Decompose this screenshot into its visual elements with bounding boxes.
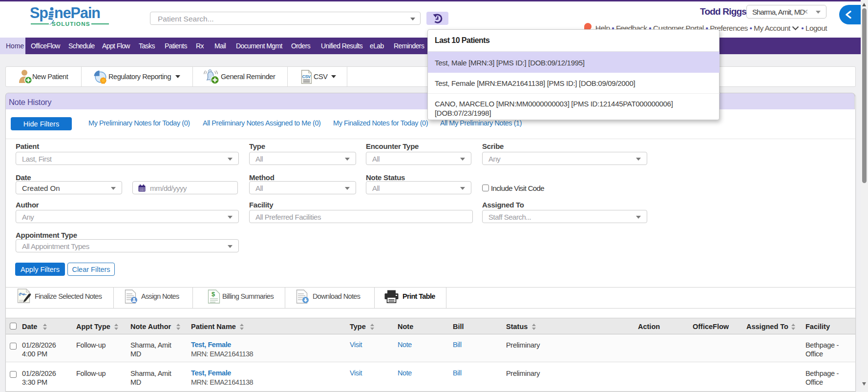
- svg-text:Sp: Sp: [30, 7, 48, 21]
- svg-text:nePain: nePain: [54, 7, 100, 21]
- svg-text:CSV: CSV: [302, 74, 311, 79]
